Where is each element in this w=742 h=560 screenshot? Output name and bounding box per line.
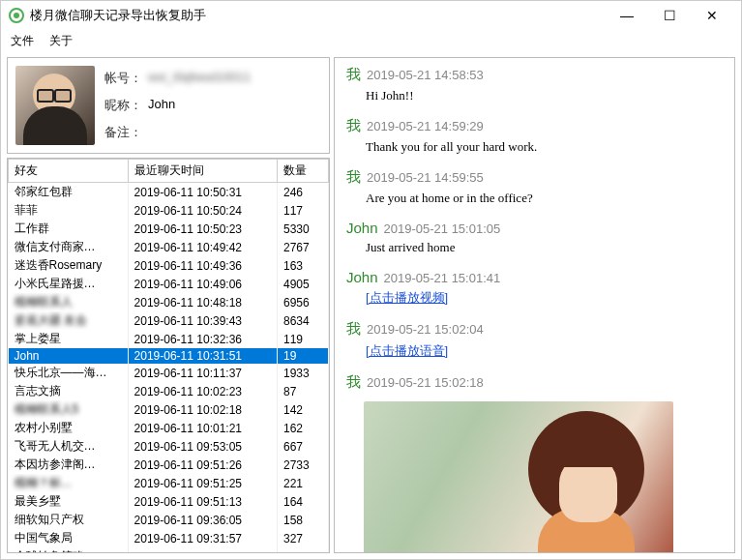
maximize-button[interactable]: ☐: [648, 2, 691, 29]
left-panel: 帐号： wxi_l0qfwsd10011 昵称： John 备注：: [7, 57, 330, 553]
message-body: Thank you for all your hard work.: [366, 139, 723, 155]
contacts-table-box: 好友 最近聊天时间 数量 邻家红包群2019-06-11 10:50:31246…: [7, 158, 330, 553]
table-row[interactable]: 全球钓鱼策略2019-06-11 09:25:55161: [9, 547, 329, 552]
table-row[interactable]: 细软知只产权2019-06-11 09:36:05158: [9, 511, 329, 529]
table-row[interactable]: 飞哥无人机交…2019-06-11 09:53:05667: [9, 437, 329, 456]
table-row[interactable]: 快乐北京——海…2019-06-11 10:11:371933: [9, 364, 329, 382]
profile-info: 帐号： wxi_l0qfwsd10011 昵称： John 备注：: [104, 66, 251, 145]
chat-message: 我2019-05-21 15:02:18: [346, 373, 723, 553]
message-sender: John: [346, 269, 378, 285]
chat-message: 我2019-05-21 15:02:04[点击播放语音]: [346, 320, 723, 368]
chat-panel[interactable]: 我2019-05-21 14:58:53Hi John!!我2019-05-21…: [334, 57, 735, 553]
menu-bar: 文件 关于: [1, 30, 741, 51]
message-sender: 我: [346, 373, 361, 392]
contacts-table-scroll[interactable]: 好友 最近聊天时间 数量 邻家红包群2019-06-11 10:50:31246…: [8, 159, 329, 552]
table-row[interactable]: 模糊联系人52019-06-11 10:02:18142: [9, 400, 329, 419]
col-lastchat[interactable]: 最近聊天时间: [128, 160, 277, 183]
app-icon: [9, 8, 24, 23]
chat-message: 我2019-05-21 14:59:55Are you at home or i…: [346, 168, 723, 214]
message-sender: 我: [346, 117, 361, 135]
account-value: wxi_l0qfwsd10011: [148, 70, 251, 87]
col-count[interactable]: 数量: [278, 160, 329, 183]
message-body: Hi John!!: [366, 88, 723, 103]
media-link[interactable]: [点击播放视频]: [366, 289, 723, 307]
message-sender: 我: [346, 168, 361, 187]
message-time: 2019-05-21 15:01:41: [384, 271, 501, 285]
chat-message: 我2019-05-21 14:59:29Thank you for all yo…: [346, 117, 723, 162]
col-friend[interactable]: 好友: [9, 160, 129, 183]
table-row[interactable]: 中国气象局2019-06-11 09:31:57327: [9, 529, 329, 547]
message-body: Just arrived home: [366, 240, 723, 255]
media-link[interactable]: [点击播放语音]: [366, 342, 723, 360]
table-row[interactable]: 工作群2019-06-11 10:50:235330: [9, 220, 329, 238]
table-row[interactable]: 最美乡墅2019-06-11 09:51:13164: [9, 492, 329, 511]
message-time: 2019-05-21 15:02:18: [367, 375, 484, 390]
table-row[interactable]: John2019-06-11 10:31:5119: [9, 348, 329, 364]
message-time: 2019-05-21 14:59:55: [367, 170, 484, 185]
table-row[interactable]: 姿底大疆 友会2019-06-11 10:39:438634: [9, 311, 329, 330]
table-row[interactable]: 农村小别墅2019-06-11 10:01:21162: [9, 419, 329, 437]
chat-image[interactable]: [364, 401, 673, 553]
table-row[interactable]: 模糊联系人2019-06-11 10:48:186956: [9, 293, 329, 311]
minimize-button[interactable]: —: [606, 2, 648, 29]
message-sender: 我: [346, 66, 361, 84]
profile-box: 帐号： wxi_l0qfwsd10011 昵称： John 备注：: [7, 57, 330, 154]
message-time: 2019-05-21 15:02:04: [367, 322, 484, 337]
table-row[interactable]: 掌上娄星2019-06-11 10:32:36119: [9, 330, 329, 348]
table-row[interactable]: 模糊？标…2019-06-11 09:51:25221: [9, 474, 329, 492]
message-time: 2019-05-21 14:58:53: [367, 68, 484, 82]
table-row[interactable]: 邻家红包群2019-06-11 10:50:31246: [9, 183, 329, 202]
nickname-value: John: [148, 97, 175, 114]
message-sender: John: [346, 220, 378, 236]
remark-label: 备注：: [104, 124, 142, 141]
message-time: 2019-05-21 14:59:29: [367, 119, 484, 133]
table-row[interactable]: 小米氏星路援…2019-06-11 10:49:064905: [9, 275, 329, 293]
account-label: 帐号：: [104, 70, 142, 87]
table-row[interactable]: 言志文摘2019-06-11 10:02:2387: [9, 382, 329, 400]
table-row[interactable]: 菲菲2019-06-11 10:50:24117: [9, 201, 329, 220]
app-window: 楼月微信聊天记录导出恢复助手 — ☐ ✕ 文件 关于 帐号： wxi_l0qfw…: [0, 0, 742, 560]
message-body: Are you at home or in the office?: [366, 191, 723, 206]
profile-avatar: [15, 66, 95, 145]
window-controls: — ☐ ✕: [606, 2, 733, 29]
chat-message: John2019-05-21 15:01:05Just arrived home: [346, 220, 723, 263]
message-sender: 我: [346, 320, 361, 339]
title-bar: 楼月微信聊天记录导出恢复助手 — ☐ ✕: [1, 1, 741, 30]
close-button[interactable]: ✕: [691, 2, 733, 29]
chat-message: 我2019-05-21 14:58:53Hi John!!: [346, 66, 723, 111]
table-row[interactable]: 本因坊参津阁…2019-06-11 09:51:262733: [9, 456, 329, 474]
contacts-table: 好友 最近聊天时间 数量 邻家红包群2019-06-11 10:50:31246…: [8, 159, 329, 552]
table-row[interactable]: 微信支付商家…2019-06-11 10:49:422767: [9, 238, 329, 256]
menu-about[interactable]: 关于: [49, 33, 73, 49]
window-title: 楼月微信聊天记录导出恢复助手: [30, 7, 606, 24]
chat-message: John2019-05-21 15:01:41[点击播放视频]: [346, 269, 723, 314]
menu-file[interactable]: 文件: [11, 33, 34, 49]
nickname-label: 昵称：: [104, 97, 142, 114]
message-time: 2019-05-21 15:01:05: [384, 221, 501, 236]
content-area: 帐号： wxi_l0qfwsd10011 昵称： John 备注：: [1, 51, 741, 559]
table-row[interactable]: 迷迭香Rosemary2019-06-11 10:49:36163: [9, 256, 329, 275]
